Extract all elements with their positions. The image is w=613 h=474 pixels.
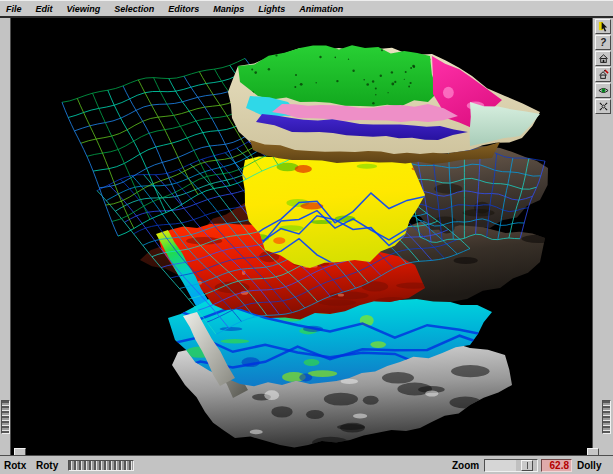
render-viewport[interactable] [11,18,592,455]
right-toolbar: ? [595,19,611,115]
seek-button[interactable] [595,99,611,114]
menu-item-viewing[interactable]: Viewing [67,4,101,14]
zoom-slider[interactable] [484,459,538,472]
dolly-label: Dolly [577,460,601,471]
menu-item-edit[interactable]: Edit [36,4,53,14]
roty-thumbwheel[interactable] [68,460,134,471]
set-home-icon [598,69,609,80]
home-icon [598,53,609,64]
menu-bar: FileEditViewingSelectionEditorsManipsLig… [0,0,613,18]
pointer-button[interactable] [595,19,611,34]
menu-item-selection[interactable]: Selection [114,4,154,14]
menu-item-animation[interactable]: Animation [299,4,343,14]
view-all-button[interactable] [595,83,611,98]
left-decoration-strip [0,18,11,455]
set-home-button[interactable] [595,67,611,82]
zoom-label: Zoom [452,460,479,471]
help-button[interactable]: ? [595,35,611,50]
home-button[interactable] [595,51,611,66]
menu-item-file[interactable]: File [6,4,22,14]
view-all-icon [598,85,609,96]
pointer-icon [598,21,609,32]
zoom-slider-handle[interactable] [521,460,533,471]
roty-label: Roty [36,460,58,471]
zoom-value-field[interactable]: 62.8 [541,459,572,472]
seek-icon [598,101,609,112]
menu-item-editors[interactable]: Editors [168,4,199,14]
rotx-label: Rotx [4,460,26,471]
menu-item-manips[interactable]: Manips [213,4,244,14]
dolly-thumbwheel[interactable] [602,400,611,434]
scene-canvas[interactable] [11,18,592,455]
menu-item-lights[interactable]: Lights [258,4,285,14]
bottom-bar: Rotx Roty Zoom 62.8 Dolly [0,455,613,474]
help-icon: ? [600,37,606,48]
rotx-thumbwheel[interactable] [1,400,10,434]
viewer-window: FileEditViewingSelectionEditorsManipsLig… [0,0,613,474]
